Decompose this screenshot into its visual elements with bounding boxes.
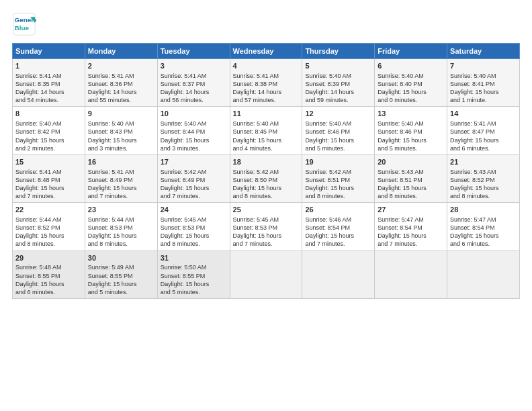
cell-content: Sunrise: 5:45 AM Sunset: 8:53 PM Dayligh… [161, 216, 227, 248]
day-number: 24 [161, 205, 227, 215]
calendar-cell [230, 250, 302, 298]
calendar-cell: 14Sunrise: 5:41 AM Sunset: 8:47 PM Dayli… [447, 107, 520, 154]
day-number: 31 [161, 253, 227, 263]
day-number: 7 [450, 61, 517, 71]
calendar-cell: 4Sunrise: 5:41 AM Sunset: 8:38 PM Daylig… [230, 59, 302, 107]
cell-content: Sunrise: 5:41 AM Sunset: 8:47 PM Dayligh… [450, 120, 517, 152]
day-number: 26 [305, 205, 371, 215]
cell-content: Sunrise: 5:40 AM Sunset: 8:44 PM Dayligh… [161, 120, 227, 152]
calendar-cell: 10Sunrise: 5:40 AM Sunset: 8:44 PM Dayli… [157, 107, 230, 154]
cell-content: Sunrise: 5:43 AM Sunset: 8:51 PM Dayligh… [378, 168, 444, 201]
calendar-cell: 19Sunrise: 5:42 AM Sunset: 8:51 PM Dayli… [302, 154, 375, 202]
cell-content: Sunrise: 5:42 AM Sunset: 8:49 PM Dayligh… [161, 168, 227, 201]
col-header-thursday: Thursday [302, 44, 375, 59]
col-header-sunday: Sunday [13, 44, 85, 59]
header-row: General Blue [12, 12, 520, 36]
cell-content: Sunrise: 5:40 AM Sunset: 8:39 PM Dayligh… [305, 72, 371, 105]
calendar-cell: 17Sunrise: 5:42 AM Sunset: 8:49 PM Dayli… [157, 154, 230, 202]
cell-content: Sunrise: 5:40 AM Sunset: 8:46 PM Dayligh… [305, 120, 371, 152]
calendar-cell: 20Sunrise: 5:43 AM Sunset: 8:51 PM Dayli… [375, 154, 447, 202]
calendar-cell [447, 250, 520, 298]
cell-content: Sunrise: 5:48 AM Sunset: 8:55 PM Dayligh… [15, 263, 82, 296]
calendar-cell: 27Sunrise: 5:47 AM Sunset: 8:54 PM Dayli… [375, 203, 447, 250]
logo-icon: General Blue [12, 12, 36, 36]
cell-content: Sunrise: 5:41 AM Sunset: 8:36 PM Dayligh… [88, 72, 154, 105]
col-header-monday: Monday [85, 44, 157, 59]
day-number: 14 [450, 109, 517, 119]
cell-content: Sunrise: 5:41 AM Sunset: 8:37 PM Dayligh… [161, 72, 227, 105]
calendar-cell: 16Sunrise: 5:41 AM Sunset: 8:49 PM Dayli… [85, 154, 157, 202]
day-number: 17 [161, 157, 227, 167]
day-number: 16 [88, 157, 154, 167]
calendar-cell: 6Sunrise: 5:40 AM Sunset: 8:40 PM Daylig… [375, 59, 447, 107]
calendar-cell: 18Sunrise: 5:42 AM Sunset: 8:50 PM Dayli… [230, 154, 302, 202]
cell-content: Sunrise: 5:44 AM Sunset: 8:52 PM Dayligh… [15, 216, 82, 248]
calendar-week-row: 15Sunrise: 5:41 AM Sunset: 8:48 PM Dayli… [13, 154, 520, 202]
page-container: General Blue SundayMondayTuesdayWednesda… [0, 0, 532, 306]
calendar-cell: 3Sunrise: 5:41 AM Sunset: 8:37 PM Daylig… [157, 59, 230, 107]
calendar-week-row: 22Sunrise: 5:44 AM Sunset: 8:52 PM Dayli… [13, 203, 520, 250]
day-number: 27 [378, 205, 444, 215]
day-number: 12 [305, 109, 371, 119]
calendar-cell: 30Sunrise: 5:49 AM Sunset: 8:55 PM Dayli… [85, 250, 157, 298]
calendar-cell: 5Sunrise: 5:40 AM Sunset: 8:39 PM Daylig… [302, 59, 375, 107]
svg-text:Blue: Blue [15, 24, 30, 32]
cell-content: Sunrise: 5:41 AM Sunset: 8:38 PM Dayligh… [233, 72, 300, 105]
calendar-cell: 31Sunrise: 5:50 AM Sunset: 8:55 PM Dayli… [157, 250, 230, 298]
cell-content: Sunrise: 5:40 AM Sunset: 8:40 PM Dayligh… [378, 72, 444, 105]
cell-content: Sunrise: 5:41 AM Sunset: 8:49 PM Dayligh… [88, 168, 154, 201]
calendar-cell: 28Sunrise: 5:47 AM Sunset: 8:54 PM Dayli… [447, 203, 520, 250]
calendar-cell: 22Sunrise: 5:44 AM Sunset: 8:52 PM Dayli… [13, 203, 85, 250]
cell-content: Sunrise: 5:42 AM Sunset: 8:51 PM Dayligh… [305, 168, 371, 201]
calendar-week-row: 1Sunrise: 5:41 AM Sunset: 8:35 PM Daylig… [13, 59, 520, 107]
day-number: 8 [15, 109, 82, 119]
cell-content: Sunrise: 5:40 AM Sunset: 8:41 PM Dayligh… [450, 72, 517, 105]
calendar-cell: 15Sunrise: 5:41 AM Sunset: 8:48 PM Dayli… [13, 154, 85, 202]
day-number: 9 [88, 109, 154, 119]
calendar-cell: 24Sunrise: 5:45 AM Sunset: 8:53 PM Dayli… [157, 203, 230, 250]
calendar-cell: 11Sunrise: 5:40 AM Sunset: 8:45 PM Dayli… [230, 107, 302, 154]
calendar-cell [375, 250, 447, 298]
day-number: 30 [88, 253, 154, 263]
calendar-cell: 25Sunrise: 5:45 AM Sunset: 8:53 PM Dayli… [230, 203, 302, 250]
calendar-week-row: 8Sunrise: 5:40 AM Sunset: 8:42 PM Daylig… [13, 107, 520, 154]
calendar-cell: 21Sunrise: 5:43 AM Sunset: 8:52 PM Dayli… [447, 154, 520, 202]
day-number: 15 [15, 157, 82, 167]
day-number: 21 [450, 157, 517, 167]
day-number: 2 [88, 61, 154, 71]
calendar-cell: 8Sunrise: 5:40 AM Sunset: 8:42 PM Daylig… [13, 107, 85, 154]
day-number: 18 [233, 157, 300, 167]
cell-content: Sunrise: 5:40 AM Sunset: 8:43 PM Dayligh… [88, 120, 154, 152]
calendar-cell: 2Sunrise: 5:41 AM Sunset: 8:36 PM Daylig… [85, 59, 157, 107]
calendar-cell [302, 250, 375, 298]
col-header-wednesday: Wednesday [230, 44, 302, 59]
col-header-friday: Friday [375, 44, 447, 59]
day-number: 5 [305, 61, 371, 71]
day-number: 6 [378, 61, 444, 71]
cell-content: Sunrise: 5:46 AM Sunset: 8:54 PM Dayligh… [305, 216, 371, 248]
day-number: 25 [233, 205, 300, 215]
day-number: 10 [161, 109, 227, 119]
cell-content: Sunrise: 5:50 AM Sunset: 8:55 PM Dayligh… [161, 263, 227, 296]
col-header-saturday: Saturday [447, 44, 520, 59]
day-number: 22 [15, 205, 82, 215]
day-number: 23 [88, 205, 154, 215]
day-number: 28 [450, 205, 517, 215]
calendar-header-row: SundayMondayTuesdayWednesdayThursdayFrid… [13, 44, 520, 59]
cell-content: Sunrise: 5:40 AM Sunset: 8:45 PM Dayligh… [233, 120, 300, 152]
cell-content: Sunrise: 5:40 AM Sunset: 8:46 PM Dayligh… [378, 120, 444, 152]
day-number: 1 [15, 61, 82, 71]
calendar-cell: 29Sunrise: 5:48 AM Sunset: 8:55 PM Dayli… [13, 250, 85, 298]
cell-content: Sunrise: 5:44 AM Sunset: 8:53 PM Dayligh… [88, 216, 154, 248]
calendar-cell: 26Sunrise: 5:46 AM Sunset: 8:54 PM Dayli… [302, 203, 375, 250]
calendar-cell: 7Sunrise: 5:40 AM Sunset: 8:41 PM Daylig… [447, 59, 520, 107]
day-number: 19 [305, 157, 371, 167]
cell-content: Sunrise: 5:41 AM Sunset: 8:48 PM Dayligh… [15, 168, 82, 201]
cell-content: Sunrise: 5:43 AM Sunset: 8:52 PM Dayligh… [450, 168, 517, 201]
cell-content: Sunrise: 5:49 AM Sunset: 8:55 PM Dayligh… [88, 263, 154, 296]
day-number: 4 [233, 61, 300, 71]
cell-content: Sunrise: 5:47 AM Sunset: 8:54 PM Dayligh… [450, 216, 517, 248]
day-number: 3 [161, 61, 227, 71]
calendar-cell: 12Sunrise: 5:40 AM Sunset: 8:46 PM Dayli… [302, 107, 375, 154]
cell-content: Sunrise: 5:42 AM Sunset: 8:50 PM Dayligh… [233, 168, 300, 201]
